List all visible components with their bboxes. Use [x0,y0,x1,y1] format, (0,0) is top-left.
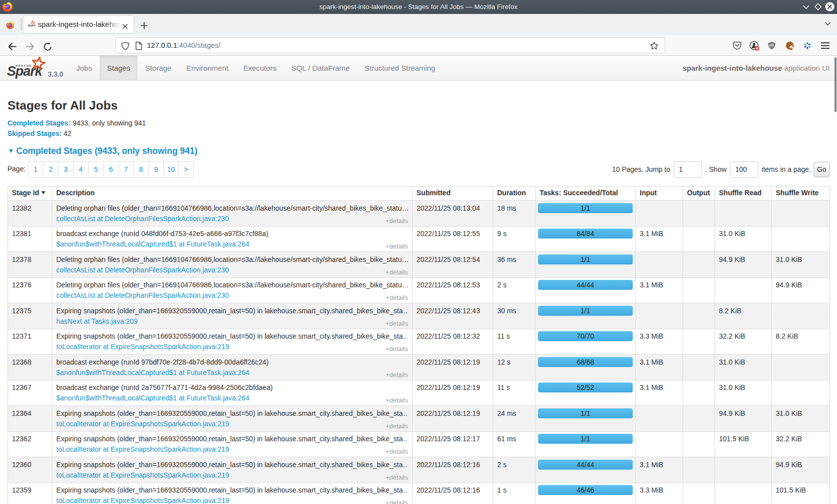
svg-text:UO: UO [769,44,774,47]
svg-text:Spark: Spark [27,23,35,27]
